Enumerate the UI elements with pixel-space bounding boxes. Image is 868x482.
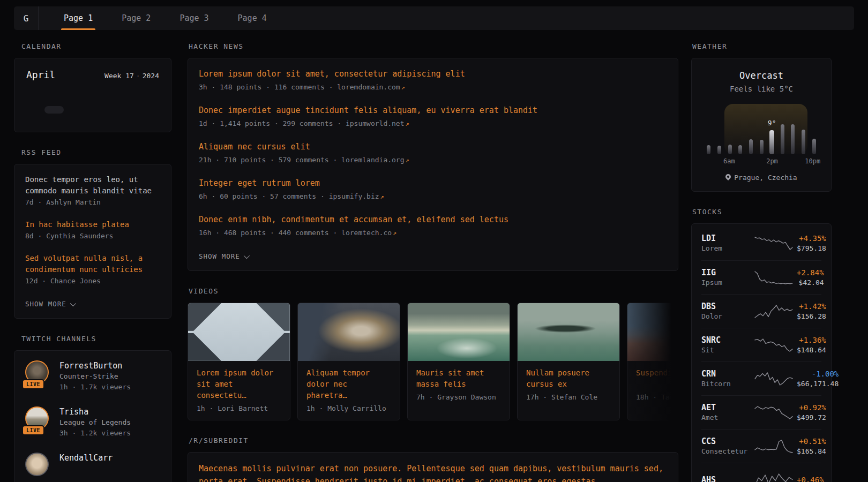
stock-row[interactable]: CCS Consectetur +0.51% $165.84: [701, 429, 821, 463]
external-link-icon[interactable]: ↗: [400, 84, 405, 91]
stock-ticker[interactable]: CRN: [701, 368, 751, 379]
stock-price: $148.64: [797, 345, 826, 355]
weather-axis-label: 2pm: [766, 157, 778, 165]
stock-name: Sit: [701, 345, 751, 355]
stock-row[interactable]: CRN Bitcorn -1.00% $66,171.48: [701, 362, 821, 395]
stock-row[interactable]: DBS Dolor +1.42% $156.28: [701, 294, 821, 328]
stock-ticker[interactable]: LDI: [701, 233, 751, 244]
app-logo[interactable]: G: [14, 6, 39, 30]
rss-item-title[interactable]: Donec tempor eros leo, ut commodo mauris…: [25, 174, 160, 197]
stock-ticker[interactable]: AET: [701, 402, 751, 413]
video-thumbnail[interactable]: [408, 303, 510, 361]
video-card[interactable]: Mauris sit amet massa felis 7h · Grayson…: [407, 303, 510, 420]
stock-ticker[interactable]: CCS: [701, 436, 751, 447]
hackernews-item-title[interactable]: Lorem ipsum dolor sit amet, consectetur …: [199, 68, 667, 80]
stock-name: Lorem: [701, 244, 751, 253]
stock-sparkline: [754, 235, 794, 251]
stock-values: +1.36% $148.64: [797, 335, 826, 355]
stock-name: Dolor: [701, 312, 751, 321]
page-tab-label: Page 3: [179, 13, 208, 23]
stock-row[interactable]: SNRC Sit +1.36% $148.64: [701, 328, 821, 362]
hackernews-item: Lorem ipsum dolor sit amet, consectetur …: [199, 68, 667, 93]
stock-values: +0.46%: [797, 475, 824, 482]
calendar-day: [25, 106, 44, 114]
stock-row[interactable]: AHS +0.46%: [701, 463, 821, 482]
hackernews-item-title[interactable]: Integer eget rutrum lorem: [199, 177, 667, 190]
twitch-channel-game: League of Legends: [59, 417, 131, 428]
external-link-icon[interactable]: ↗: [405, 156, 409, 164]
twitch-section-title: TWITCH CHANNELS: [21, 335, 171, 343]
stock-ticker[interactable]: IIG: [701, 267, 751, 278]
video-title[interactable]: Suspendisse diam: [636, 367, 678, 390]
stock-row[interactable]: AET Amet +0.92% $499.72: [701, 395, 821, 429]
hackernews-item-stats: 6h · 60 points · 57 comments ·: [199, 192, 329, 200]
stock-sparkline: [754, 337, 794, 353]
stock-price: $165.84: [797, 447, 826, 456]
rss-show-more[interactable]: SHOW MORE: [25, 300, 74, 308]
calendar-section-title: CALENDAR: [21, 42, 171, 50]
video-card[interactable]: Aliquam tempor dolor nec pharetra… 1h · …: [297, 303, 400, 420]
video-title[interactable]: Mauris sit amet massa felis: [416, 367, 501, 390]
video-card[interactable]: Suspendisse diam 18h · Tara: [627, 303, 678, 420]
page-tab[interactable]: Page 2: [107, 6, 165, 30]
hackernews-item-domain[interactable]: loremdomain.com: [337, 83, 400, 91]
hackernews-show-more-label: SHOW MORE: [199, 252, 240, 260]
hackernews-item-title[interactable]: Aliquam nec cursus elit: [199, 141, 667, 153]
location-pin-icon: [724, 172, 732, 180]
page-tab[interactable]: Page 4: [223, 6, 281, 30]
twitch-channel-info: Trisha League of Legends 3h · 1.2k viewe…: [59, 406, 131, 439]
weather-bar: [749, 139, 753, 154]
twitch-channel[interactable]: LIVE KendallCarr: [25, 453, 160, 480]
video-thumbnail[interactable]: [627, 303, 678, 361]
stock-row[interactable]: LDI Lorem +4.35% $795.18: [701, 227, 821, 260]
hackernews-item-domain[interactable]: ipsumify.biz: [329, 192, 379, 200]
twitch-channel-name[interactable]: Trisha: [59, 406, 131, 417]
calendar-day: [25, 115, 44, 122]
video-thumbnail[interactable]: [188, 303, 290, 361]
hackernews-item-meta: 3h · 148 points · 116 comments · loremdo…: [199, 81, 667, 93]
video-title[interactable]: Nullam posuere cursus ex: [526, 367, 611, 390]
hackernews-item-domain[interactable]: ipsumworld.net: [346, 119, 405, 127]
stock-ticker[interactable]: DBS: [701, 301, 751, 312]
hackernews-item-title[interactable]: Donec imperdiet augue tincidunt felis al…: [199, 104, 667, 117]
videos-section: VIDEOS Lorem ipsum dolor sit amet consec…: [188, 287, 678, 420]
hackernews-item-title[interactable]: Donec enim nibh, condimentum et accumsan…: [199, 214, 667, 226]
weather-bar: [781, 124, 784, 154]
rss-item-title[interactable]: In hac habitasse platea: [25, 219, 160, 230]
video-thumbnail[interactable]: [298, 303, 400, 361]
twitch-channel[interactable]: LIVE ForrestBurton Counter-Strike 1h · 1…: [25, 360, 160, 393]
hackernews-item-domain[interactable]: loremlandia.org: [341, 156, 404, 164]
rss-item-title[interactable]: Sed volutpat nulla nisl, a condimentum n…: [25, 253, 160, 275]
hackernews-item-domain[interactable]: loremtech.co: [341, 229, 392, 237]
external-link-icon[interactable]: ↗: [379, 193, 384, 200]
video-card[interactable]: Lorem ipsum dolor sit amet consectetu… 1…: [188, 303, 290, 420]
external-link-icon[interactable]: ↗: [392, 229, 396, 237]
stock-id: AET Amet: [701, 402, 751, 423]
stock-price: $156.28: [797, 312, 826, 321]
page-tab[interactable]: Page 1: [49, 6, 107, 30]
stock-ticker[interactable]: SNRC: [701, 335, 751, 345]
hackernews-show-more[interactable]: SHOW MORE: [199, 252, 248, 260]
stock-change: +2.84%: [797, 267, 824, 278]
subreddit-post: Maecenas mollis pulvinar erat non posuer…: [199, 462, 667, 482]
external-link-icon[interactable]: ↗: [405, 120, 409, 127]
video-title[interactable]: Lorem ipsum dolor sit amet consectetu…: [197, 367, 281, 401]
stock-values: +0.51% $165.84: [797, 436, 826, 456]
calendar-section: CALENDAR April Week 17·2024: [14, 42, 171, 132]
separator-dot: ·: [134, 72, 143, 80]
live-badge: LIVE: [22, 425, 44, 435]
video-title[interactable]: Aliquam tempor dolor nec pharetra…: [306, 367, 391, 401]
calendar-header: April Week 17·2024: [26, 69, 159, 80]
stock-row[interactable]: IIG Ipsum +2.84% $42.04: [701, 260, 821, 294]
weather-bar: [707, 145, 710, 154]
stock-ticker[interactable]: AHS: [701, 475, 751, 482]
video-card[interactable]: Nullam posuere cursus ex 17h · Stefan Co…: [517, 303, 620, 420]
twitch-channel-name[interactable]: KendallCarr: [59, 453, 113, 463]
twitch-channel[interactable]: LIVE Trisha League of Legends 3h · 1.2k …: [25, 406, 160, 439]
calendar-day: [83, 97, 102, 105]
twitch-channel-name[interactable]: ForrestBurton: [59, 360, 131, 371]
weather-location: Prague, Czechia: [725, 174, 797, 182]
subreddit-post-title[interactable]: Maecenas mollis pulvinar erat non posuer…: [199, 462, 667, 482]
video-thumbnail[interactable]: [518, 303, 619, 361]
page-tab[interactable]: Page 3: [165, 6, 223, 30]
